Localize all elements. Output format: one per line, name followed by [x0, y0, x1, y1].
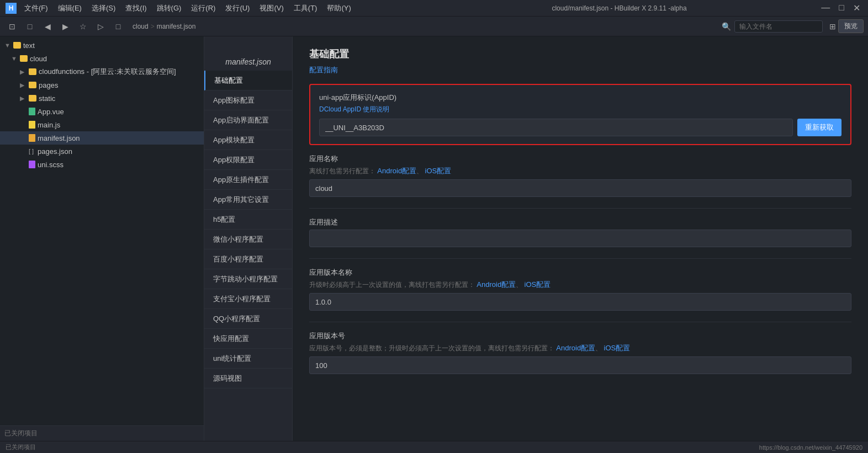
nav-panel-title: manifest.json	[204, 53, 292, 71]
back-button[interactable]: ◀	[40, 19, 55, 34]
js-file-icon	[29, 121, 35, 129]
sidebar-item-label: main.js	[38, 121, 60, 129]
sidebar-item-uni-scss[interactable]: uni.scss	[0, 158, 204, 171]
nav-item-app-icon[interactable]: App图标配置	[204, 90, 292, 110]
nav-item-bytedance[interactable]: 字节跳动小程序配置	[204, 269, 292, 289]
nav-item-app-splash[interactable]: App启动界面配置	[204, 110, 292, 130]
appid-sub-link[interactable]: DCloud AppID 使用说明	[319, 105, 841, 114]
search-icon: 🔍	[722, 22, 731, 31]
toolbar-btn-1[interactable]: ⊡	[4, 19, 20, 34]
divider-1	[309, 208, 851, 209]
toolbar-btn-3[interactable]: □	[110, 19, 126, 34]
sidebar-item-pages[interactable]: ▶ pages	[0, 78, 204, 92]
menu-tools[interactable]: 工具(T)	[289, 2, 322, 14]
nav-item-h5[interactable]: h5配置	[204, 210, 292, 230]
app-name-input[interactable]	[309, 179, 851, 197]
sidebar-item-cloudfunctions[interactable]: ▶ cloudfunctions - [阿里云:未关联云服务空间]	[0, 65, 204, 78]
nav-item-app-permissions[interactable]: App权限配置	[204, 150, 292, 170]
sidebar-item-label: App.vue	[38, 108, 64, 116]
sidebar-item-manifest[interactable]: manifest.json	[0, 131, 204, 145]
nav-item-baidu[interactable]: 百度小程序配置	[204, 249, 292, 269]
window-title: cloud/manifest.json - HBuilder X 2.9.11 …	[420, 4, 819, 12]
sidebar-item-app-vue[interactable]: App.vue	[0, 105, 204, 118]
nav-item-quickapp[interactable]: 快应用配置	[204, 329, 292, 349]
forward-button[interactable]: ▶	[57, 19, 73, 34]
nav-item-app-native-plugins[interactable]: App原生插件配置	[204, 170, 292, 190]
version-code-android-link[interactable]: Android配置	[556, 344, 595, 352]
sidebar-item-pages-json[interactable]: [ ] pages.json	[0, 145, 204, 158]
toolbar: ⊡ □ ◀ ▶ ☆ ▷ □ cloud > manifest.json 🔍 ⊞ …	[0, 17, 868, 36]
folder-icon	[29, 68, 36, 75]
app-name-label: 应用名称	[309, 154, 851, 164]
menu-help[interactable]: 帮助(Y)	[322, 2, 355, 14]
nav-panel: manifest.json 基础配置 App图标配置 App启动界面配置 App…	[204, 36, 293, 441]
closed-project-label: 已关闭项目	[4, 429, 38, 438]
menu-file[interactable]: 文件(F)	[20, 2, 52, 14]
vue-file-icon	[29, 108, 35, 115]
sidebar-item-label: text	[23, 41, 35, 50]
nav-item-qq[interactable]: QQ小程序配置	[204, 309, 292, 329]
status-bar: 已关闭项目 https://blog.csdn.net/weixin_44745…	[0, 441, 868, 453]
menu-edit[interactable]: 编辑(E)	[54, 2, 86, 14]
breadcrumb-cloud[interactable]: cloud	[133, 23, 149, 30]
version-name-ios-link[interactable]: iOS配置	[525, 280, 551, 289]
filter-icon[interactable]: ⊞	[829, 22, 836, 31]
version-code-ios-link[interactable]: iOS配置	[604, 344, 631, 352]
sidebar: ▼ text ▼ cloud ▶ cloudfunctions - [阿里云:未…	[0, 36, 204, 441]
window-controls: — □ ✕	[819, 3, 862, 13]
nav-item-uni-statistics[interactable]: uni统计配置	[204, 349, 292, 369]
titlebar: H 文件(F) 编辑(E) 选择(S) 查找(I) 跳转(G) 运行(R) 发行…	[0, 0, 868, 17]
app-version-code-input[interactable]	[309, 356, 851, 374]
sidebar-item-label: static	[39, 94, 55, 103]
status-right: https://blog.csdn.net/weixin_44745920	[759, 444, 862, 451]
menu-find[interactable]: 查找(I)	[121, 2, 151, 14]
run-button[interactable]: ▷	[93, 19, 108, 34]
divider-3	[309, 322, 851, 322]
file-tree: ▼ text ▼ cloud ▶ cloudfunctions - [阿里云:未…	[0, 36, 204, 425]
sidebar-bottom: 已关闭项目	[0, 425, 204, 441]
toolbar-btn-2[interactable]: □	[22, 19, 38, 34]
breadcrumb-file[interactable]: manifest.json	[157, 23, 196, 30]
minimize-button[interactable]: —	[819, 3, 832, 13]
menu-select[interactable]: 选择(S)	[87, 2, 120, 14]
folder-icon	[29, 82, 36, 88]
menu-view[interactable]: 视图(V)	[255, 2, 288, 14]
close-button[interactable]: ✕	[851, 3, 862, 13]
file-search-input[interactable]	[734, 20, 823, 33]
sidebar-item-label: uni.scss	[38, 161, 63, 169]
app-desc-section: 应用描述	[309, 217, 851, 247]
nav-item-basic[interactable]: 基础配置	[204, 71, 292, 90]
breadcrumb: cloud > manifest.json	[133, 23, 195, 30]
bookmark-button[interactable]: ☆	[75, 19, 91, 34]
menu-run[interactable]: 运行(R)	[187, 2, 220, 14]
menu-publish[interactable]: 发行(U)	[221, 2, 254, 14]
app-version-name-section: 应用版本名称 升级时必须高于上一次设置的值，离线打包需另行配置： Android…	[309, 268, 851, 311]
app-name-android-link[interactable]: Android配置	[377, 167, 416, 175]
appid-input[interactable]	[319, 119, 793, 136]
sidebar-item-label: manifest.json	[38, 134, 80, 142]
app-version-name-input[interactable]	[309, 293, 851, 311]
appid-label: uni-app应用标识(AppID)	[319, 93, 841, 103]
sidebar-item-cloud[interactable]: ▼ cloud	[0, 52, 204, 65]
app-name-ios-link[interactable]: iOS配置	[425, 167, 452, 175]
nav-item-alipay[interactable]: 支付宝小程序配置	[204, 289, 292, 309]
nav-item-wechat[interactable]: 微信小程序配置	[204, 230, 292, 249]
nav-item-app-other[interactable]: App常用其它设置	[204, 190, 292, 210]
refresh-appid-button[interactable]: 重新获取	[797, 119, 841, 136]
toolbar-right: ⊞ 预览	[829, 19, 864, 33]
maximize-button[interactable]: □	[837, 3, 846, 13]
version-name-android-link[interactable]: Android配置	[477, 280, 516, 289]
guide-link[interactable]: 配置指南	[309, 66, 338, 74]
breadcrumb-sep: >	[151, 23, 155, 30]
app-version-name-sublabel: 升级时必须高于上一次设置的值，离线打包需另行配置： Android配置、 iOS…	[309, 280, 851, 290]
nav-item-app-modules[interactable]: App模块配置	[204, 130, 292, 150]
chevron-right-icon: ▶	[20, 95, 27, 102]
menu-jump[interactable]: 跳转(G)	[152, 2, 186, 14]
sidebar-item-main-js[interactable]: main.js	[0, 118, 204, 131]
app-desc-input[interactable]	[309, 230, 851, 247]
nav-item-source[interactable]: 源码视图	[204, 369, 292, 388]
bracket-icon: [ ]	[29, 148, 35, 154]
preview-button[interactable]: 预览	[838, 19, 864, 33]
sidebar-item-static[interactable]: ▶ static	[0, 92, 204, 105]
sidebar-item-text[interactable]: ▼ text	[0, 39, 204, 52]
